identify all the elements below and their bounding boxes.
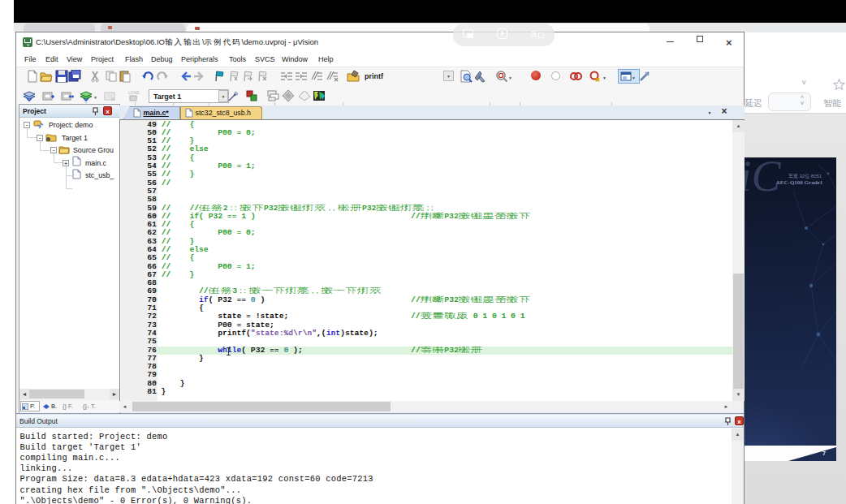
svg-text:LOAD: LOAD — [128, 90, 140, 95]
